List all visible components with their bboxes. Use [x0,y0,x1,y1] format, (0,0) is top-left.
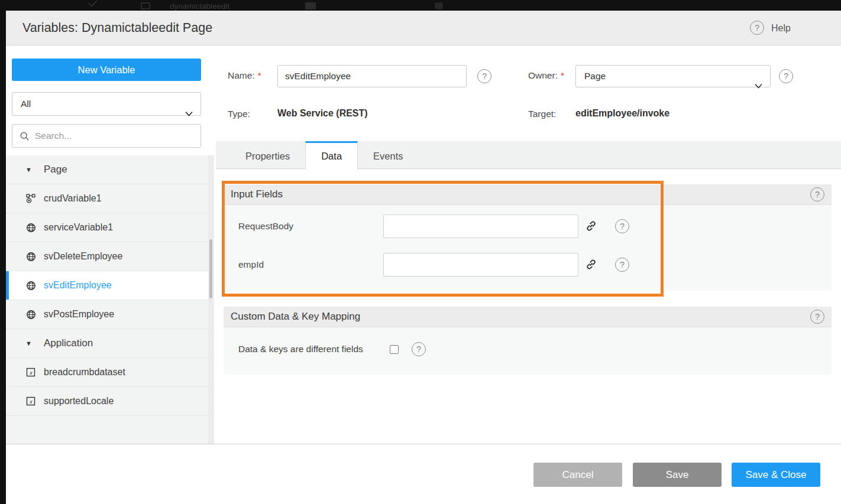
target-value: editEmployee/invoke [575,108,669,119]
chevron-down-icon [755,75,762,96]
globe-icon [25,252,36,262]
variables-dialog: Variables: Dynamictableedit Page Help Ne… [6,11,841,504]
required-mark: * [258,70,261,80]
input-field-row-empId: empId [224,253,832,277]
field-help-icon[interactable] [615,219,629,233]
custom-mapping-help-icon[interactable] [810,310,824,324]
variable-search-box [12,124,201,148]
search-input[interactable] [35,125,198,147]
RequestBody-input[interactable] [383,214,578,238]
input-fields-body: RequestBodyempId [224,205,832,291]
owner-label: Owner:* [528,70,564,81]
chevron-down-icon [185,102,193,125]
input-field-row-RequestBody: RequestBody [224,214,832,238]
help-link[interactable]: Help [771,11,791,45]
custom-mapping-title: Custom Data & Key Mapping [231,307,360,327]
field-label: empId [238,253,264,277]
backdrop-toolbar-title: dynamictableedit [170,2,229,11]
owner-select[interactable]: Page [575,65,771,87]
sidebar-item-crudVariable1[interactable]: crudVariable1 [6,184,208,213]
tab-properties[interactable]: Properties [230,141,305,170]
variable-label: svPostEmployee [44,309,114,320]
tab-bar: PropertiesDataEvents [216,141,841,169]
name-input[interactable] [277,65,467,87]
sidebar-scrollbar[interactable] [208,155,214,444]
new-variable-button[interactable]: New Variable [12,58,201,81]
input-fields-title: Input Fields [231,184,283,204]
variable-label: serviceVariable1 [44,222,113,233]
custom-mapping-body: Data & keys are different fields [224,327,832,375]
triangle-down-icon: ▼ [25,340,36,347]
scrollbar-thumb[interactable] [209,239,212,298]
sidebar-item-svDeleteEmployee[interactable]: svDeleteEmployee [6,242,208,271]
owner-value: Page [584,71,606,81]
different-fields-help-icon[interactable] [412,342,426,356]
variable-label: supportedLocale [44,396,114,407]
type-value: Web Service (REST) [277,108,368,119]
variable-filter-select[interactable]: All [12,92,201,116]
backdrop-icon [141,2,150,9]
tab-events[interactable]: Events [358,141,418,170]
screen: dynamictableedit Variables: Dynamictable… [0,0,841,504]
variable-label: crudVariable1 [44,193,102,204]
triangle-down-icon: ▼ [25,166,36,173]
variable-label: svDeleteEmployee [44,251,122,262]
type-label: Type: [228,109,250,119]
sidebar-item-breadcrumbdataset[interactable]: xbreadcrumbdataset [6,358,208,387]
backdrop-left-strip [0,11,6,504]
input-fields-section: Input Fields RequestBodyempId [224,184,832,291]
cancel-button[interactable]: Cancel [533,463,622,487]
backdrop-icon [305,2,316,9]
variable-label: svEditEmployee [44,280,112,291]
different-fields-checkbox[interactable] [390,345,399,354]
variable-filter-value: All [21,99,31,109]
variable-label: breadcrumbdataset [44,367,125,378]
owner-help-icon[interactable] [779,69,793,83]
field-help-icon[interactable] [615,258,629,272]
target-label: Target: [528,109,556,119]
tab-data[interactable]: Data [305,141,358,170]
input-fields-help-icon[interactable] [810,187,824,201]
help-icon[interactable] [750,21,764,35]
globe-icon [25,310,36,320]
variable-label: Page [44,164,67,175]
variable-label: Application [44,337,93,349]
variable-list: ▼PagecrudVariable1serviceVariable1svDele… [6,155,208,444]
sidebar-item-svEditEmployee[interactable]: svEditEmployee [6,271,208,300]
bind-link-icon[interactable] [585,220,597,235]
dialog-title: Variables: Dynamictableedit Page [22,11,212,45]
svg-text:x: x [29,370,33,376]
save-and-close-button[interactable]: Save & Close [732,463,820,487]
sidebar-item-supportedLocale[interactable]: xsupportedLocale [6,387,208,416]
sidebar-group-Page[interactable]: ▼Page [6,155,208,184]
field-label: RequestBody [238,214,293,238]
bind-link-icon[interactable] [585,258,597,273]
search-icon [20,131,30,141]
input-fields-header: Input Fields [224,184,832,205]
sidebar-item-svPostEmployee[interactable]: svPostEmployee [6,300,208,329]
different-fields-label: Data & keys are different fields [238,344,363,355]
sidebar-group-Application[interactable]: ▼Application [6,329,208,358]
globe-icon [25,281,36,291]
globe-icon [25,223,36,233]
custom-mapping-header: Custom Data & Key Mapping [224,307,832,327]
custom-mapping-section: Custom Data & Key Mapping Data & keys ar… [224,307,832,375]
name-label: Name:* [228,70,261,81]
name-help-icon[interactable] [477,69,491,83]
empId-input[interactable] [383,253,578,277]
backdrop-icon [88,0,98,7]
model-variable-icon: x [25,396,36,406]
sidebar-item-serviceVariable1[interactable]: serviceVariable1 [6,213,208,242]
model-variable-icon: x [25,368,36,377]
required-mark: * [561,70,564,80]
backdrop-icon [435,2,443,9]
backdrop-toolbar: dynamictableedit [0,0,841,11]
svg-text:x: x [29,399,33,405]
crud-variable-icon [25,194,36,203]
dialog-footer: Cancel Save Save & Close [6,444,841,504]
save-button[interactable]: Save [633,463,722,487]
